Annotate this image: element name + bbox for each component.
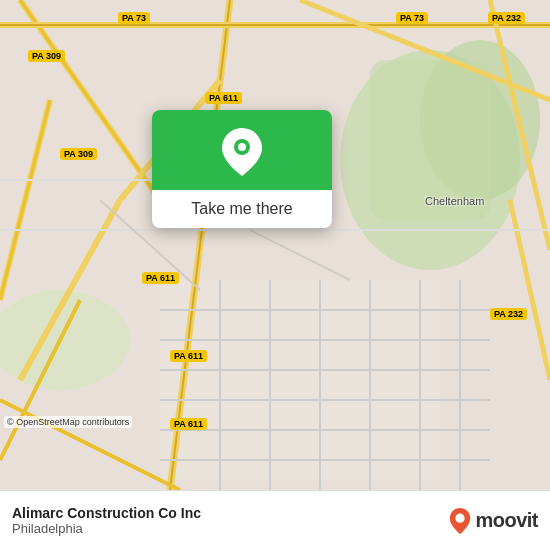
road-badge-pa309-mid: PA 309 — [60, 148, 97, 160]
moovit-brand-text: moovit — [475, 509, 538, 532]
road-badge-pa232-right: PA 232 — [490, 308, 527, 320]
road-badge-pa611-lower: PA 611 — [142, 272, 179, 284]
road-badge-pa232-top: PA 232 — [488, 12, 525, 24]
map-container: PA 73 PA 309 PA 611 PA 73 PA 232 PA 309 … — [0, 0, 550, 490]
road-badge-pa73-top: PA 73 — [118, 12, 150, 24]
road-badge-pa309: PA 309 — [28, 50, 65, 62]
popup-green-area — [152, 110, 332, 190]
cheltenham-label: Cheltenham — [425, 195, 484, 207]
osm-attribution: © OpenStreetMap contributors — [4, 416, 132, 428]
bottom-bar: Alimarc Construction Co Inc Philadelphia… — [0, 490, 550, 550]
road-badge-pa611-lower2: PA 611 — [170, 350, 207, 362]
business-location: Philadelphia — [12, 521, 449, 536]
svg-point-38 — [238, 143, 246, 151]
road-badge-pa611-bottom: PA 611 — [170, 418, 207, 430]
moovit-logo: moovit — [449, 508, 538, 534]
svg-point-39 — [456, 513, 465, 522]
popup-card: Take me there — [152, 110, 332, 228]
business-info: Alimarc Construction Co Inc Philadelphia — [12, 505, 449, 536]
location-pin-icon — [222, 128, 262, 176]
business-name: Alimarc Construction Co Inc — [12, 505, 449, 521]
road-badge-pa73-right: PA 73 — [396, 12, 428, 24]
moovit-pin-icon — [449, 508, 471, 534]
road-badge-pa611-top: PA 611 — [205, 92, 242, 104]
take-me-there-button[interactable]: Take me there — [152, 190, 332, 228]
